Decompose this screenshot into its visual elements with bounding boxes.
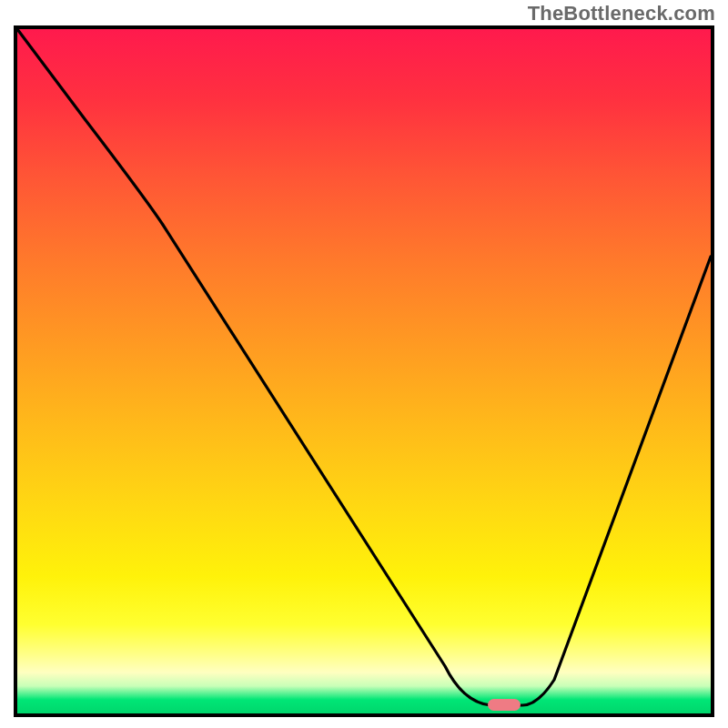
curve-path [17,29,711,705]
plot-area [14,25,714,717]
bottleneck-curve [17,29,711,713]
watermark-text: TheBottleneck.com [528,2,715,25]
optimal-marker [488,699,521,711]
chart-container: TheBottleneck.com [0,0,728,728]
